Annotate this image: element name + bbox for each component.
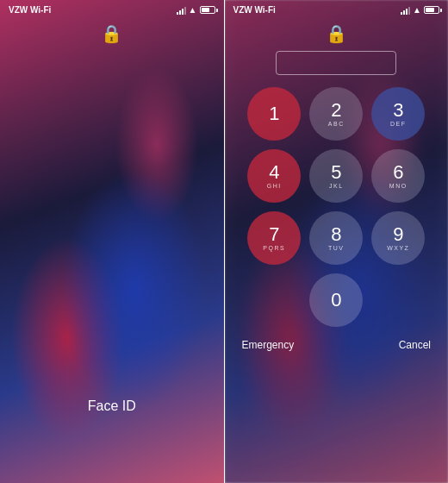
keypad: 1 2 ABC 3 DEF 4 GHI 5 JKL 6 MNO [225,87,449,327]
right-status-icons: ▲ [401,5,439,15]
key-3[interactable]: 3 DEF [371,87,425,141]
right-battery-icon [424,6,439,14]
right-wifi-icon: ▲ [413,5,421,15]
key-5[interactable]: 5 JKL [309,149,363,203]
key-9[interactable]: 9 WXYZ [371,211,425,265]
lock-icon: 🔒 [101,23,122,44]
key-8[interactable]: 8 TUV [309,211,363,265]
wifi-icon: ▲ [189,5,197,15]
left-carrier: VZW Wi-Fi [9,5,51,15]
battery-icon [200,6,215,14]
key-6[interactable]: 6 MNO [371,149,425,203]
key-1[interactable]: 1 [247,87,301,141]
left-status-icons: ▲ [177,5,215,15]
key-4[interactable]: 4 GHI [247,149,301,203]
bottom-row: Emergency Cancel [225,336,449,354]
right-screen: VZW Wi-Fi ▲ 🔒 1 2 ABC [225,0,449,483]
passcode-field[interactable] [276,51,396,75]
emergency-button[interactable]: Emergency [239,336,298,354]
right-status-bar: VZW Wi-Fi ▲ [225,0,449,18]
right-carrier: VZW Wi-Fi [233,5,276,15]
key-7[interactable]: 7 PQRS [247,211,301,265]
keypad-row-1: 1 2 ABC 3 DEF [247,87,425,141]
left-screen: VZW Wi-Fi ▲ 🔒 Face ID [0,0,224,483]
cancel-button[interactable]: Cancel [395,336,434,354]
keypad-row-3: 7 PQRS 8 TUV 9 WXYZ [247,211,425,265]
right-lock-icon: 🔒 [326,23,347,44]
key-0[interactable]: 0 [309,273,363,327]
right-signal-bars-icon [401,6,410,15]
face-id-label: Face ID [88,398,136,414]
key-2[interactable]: 2 ABC [309,87,363,141]
signal-bars-icon [177,6,186,15]
left-status-bar: VZW Wi-Fi ▲ [0,0,224,18]
keypad-row-4: 0 [309,273,363,327]
keypad-row-2: 4 GHI 5 JKL 6 MNO [247,149,425,203]
